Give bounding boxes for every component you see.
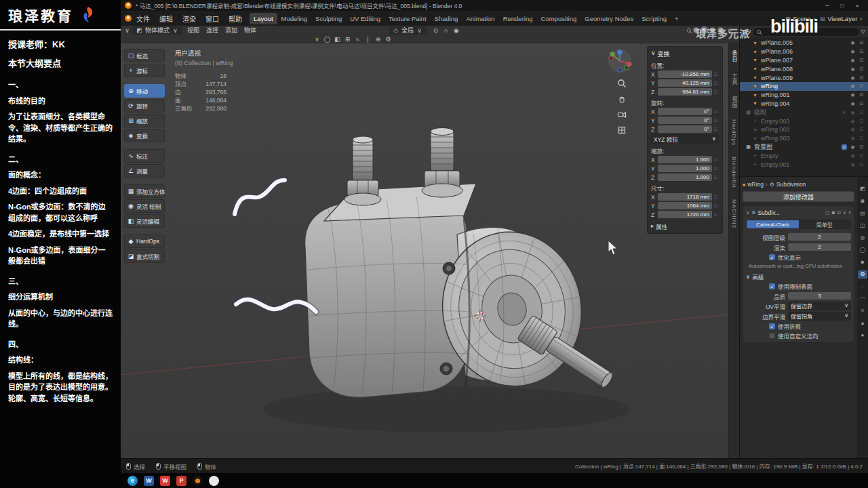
workspace-tab[interactable]: Rendering: [499, 13, 537, 24]
mode-dropdown[interactable]: ◩物体模式∨: [132, 26, 182, 35]
transform-pivot-icon[interactable]: ⊙: [432, 27, 439, 34]
n-panel-tab[interactable]: 条目: [730, 50, 738, 62]
object-tab[interactable]: ■: [858, 258, 867, 266]
value-field[interactable]: 1.000: [658, 156, 712, 163]
workspace-tab[interactable]: Geometry Nodes: [580, 13, 637, 24]
chevron-down-icon[interactable]: ∨: [746, 273, 750, 280]
proportional-edit-icon[interactable]: ◉: [452, 27, 460, 34]
collection-checkbox[interactable]: [842, 110, 847, 115]
wireframe-overlay-icon[interactable]: ⊞: [344, 36, 351, 43]
hide-eye-icon[interactable]: ◉: [850, 75, 856, 81]
zoom-icon[interactable]: [617, 79, 627, 88]
tool-button[interactable]: ▢ 框选: [124, 49, 165, 62]
limit-surface-checkbox[interactable]: [769, 283, 775, 289]
outliner-row[interactable]: Empty.003 ◉ ⊡: [740, 117, 868, 125]
lock-icon[interactable]: □: [714, 127, 719, 131]
blender-app-icon[interactable]: [193, 476, 203, 486]
modifier-name[interactable]: Subdiv...: [757, 209, 823, 216]
menu-item[interactable]: 渲染: [178, 12, 201, 25]
browser-icon[interactable]: [209, 476, 219, 486]
lock-icon[interactable]: □: [714, 81, 719, 85]
xray-icon[interactable]: ◧: [334, 36, 341, 43]
render-toggle-icon[interactable]: ⊡: [837, 210, 841, 216]
custom-normals-checkbox[interactable]: [769, 333, 775, 339]
menu-item[interactable]: 文件: [132, 12, 155, 25]
hide-eye-icon[interactable]: ◉: [850, 144, 856, 150]
hide-eye-icon[interactable]: ◉: [850, 162, 856, 167]
lock-icon[interactable]: □: [714, 212, 719, 217]
viewport-menu-item[interactable]: 视图: [184, 26, 203, 35]
output-tab[interactable]: ▤: [858, 209, 867, 218]
render-visibility-icon[interactable]: ⊡: [859, 144, 865, 150]
render-visibility-icon[interactable]: ⊡: [859, 127, 865, 132]
value-field[interactable]: 0°: [658, 108, 712, 115]
annotation-visibility-icon[interactable]: ≈: [354, 36, 361, 43]
collection-checkbox[interactable]: [842, 144, 847, 150]
render-levels-field[interactable]: 2: [788, 243, 851, 251]
value-field[interactable]: 1.000: [658, 174, 712, 181]
value-field[interactable]: 1064 mm: [658, 202, 712, 209]
outliner-row[interactable]: wPlane.006 ◉ ⊡: [740, 47, 868, 56]
render-visibility-icon[interactable]: ⊡: [859, 49, 865, 54]
outliner-row[interactable]: 吸附 ◉ ⊡: [740, 108, 868, 117]
boundary-smooth-dropdown[interactable]: 保留拐角∨: [788, 312, 851, 321]
viewlayer-unlink-icon[interactable]: ×: [859, 16, 863, 22]
viewport-levels-field[interactable]: 2: [788, 233, 851, 241]
material-tab[interactable]: ●: [858, 331, 867, 340]
tool-button[interactable]: ⊞ 缩放: [124, 114, 165, 127]
divider[interactable]: |: [364, 36, 372, 43]
workspace-tab[interactable]: Texture Paint: [384, 13, 430, 24]
overlays-icon[interactable]: ◯: [323, 36, 331, 43]
render-visibility-icon[interactable]: ⊡: [859, 40, 865, 45]
hide-eye-icon[interactable]: ◉: [850, 92, 856, 98]
gizmo-move-icon[interactable]: ⊕: [374, 36, 382, 43]
tool-tab[interactable]: ◩: [858, 185, 867, 193]
lock-icon[interactable]: □: [714, 157, 719, 162]
add-modifier-button[interactable]: 添加修改器: [743, 191, 854, 202]
n-panel-tab[interactable]: 视图: [730, 96, 738, 108]
viewport-menu-item[interactable]: 添加: [222, 26, 241, 35]
outliner-row[interactable]: Empty ◉ ⊡: [740, 151, 868, 160]
render-visibility-icon[interactable]: ⊡: [859, 136, 865, 141]
outliner-row[interactable]: wPlane.008 ◉ ⊡: [740, 64, 868, 73]
menu-item[interactable]: 编辑: [155, 12, 178, 25]
chevron-down-icon[interactable]: ∨: [651, 49, 656, 58]
viewlayer-tab[interactable]: ◫: [858, 222, 867, 230]
render-visibility-icon[interactable]: ⊡: [859, 119, 865, 124]
pan-hand-icon[interactable]: [617, 94, 627, 104]
viewlayer-selector[interactable]: ▤ViewLayer×: [821, 15, 863, 22]
world-tab[interactable]: ◯: [858, 246, 867, 254]
tool-button[interactable]: + 游标: [124, 64, 165, 77]
workspace-tab[interactable]: Compositing: [537, 13, 581, 24]
blender-menu-icon[interactable]: [125, 15, 132, 22]
close-icon[interactable]: ×: [850, 1, 864, 10]
value-field[interactable]: 984.61 mm: [658, 88, 712, 96]
lock-icon[interactable]: □: [714, 118, 719, 123]
lock-icon[interactable]: □: [714, 166, 719, 171]
menu-item[interactable]: 帮助: [224, 12, 247, 25]
value-field[interactable]: 0°: [658, 125, 712, 133]
lock-icon[interactable]: □: [714, 109, 719, 114]
tool-button[interactable]: ◉ 灵活 绘制: [124, 199, 165, 213]
value-field[interactable]: 40.125 mm: [658, 79, 712, 87]
render-visibility-icon[interactable]: ⊡: [859, 162, 865, 167]
filter-icon[interactable]: ▽: [861, 28, 865, 35]
quality-field[interactable]: 3: [788, 292, 851, 300]
perspective-toggle-icon[interactable]: [617, 125, 627, 135]
viewport-menu-item[interactable]: 选择: [203, 26, 222, 35]
tool-button[interactable]: ⊕ 移动: [124, 84, 165, 98]
menu-item[interactable]: 窗口: [201, 12, 224, 25]
outliner-row[interactable]: wRing.002 ◉ ⊡: [740, 125, 868, 134]
chevron-down-icon[interactable]: ∨: [746, 210, 749, 216]
outliner-row[interactable]: Empty.001 ◉ ⊡: [740, 160, 868, 169]
outliner-row[interactable]: wPlane.007 ◉ ⊡: [740, 56, 868, 65]
n-panel-tab[interactable]: HardOps: [731, 119, 737, 146]
use-creases-checkbox[interactable]: [769, 323, 775, 329]
hide-eye-icon[interactable]: ◉: [850, 136, 856, 141]
render-visibility-icon[interactable]: ⊡: [859, 75, 865, 81]
outliner-row[interactable]: wRing ◉ ⊡: [740, 82, 868, 91]
outliner-row[interactable]: wRing.004 ◉ ⊡: [740, 100, 868, 108]
render-visibility-icon[interactable]: ⊡: [859, 101, 865, 106]
lock-icon[interactable]: □: [714, 175, 719, 180]
outliner-row[interactable]: wRing.003 ◉ ⊡: [740, 134, 868, 143]
